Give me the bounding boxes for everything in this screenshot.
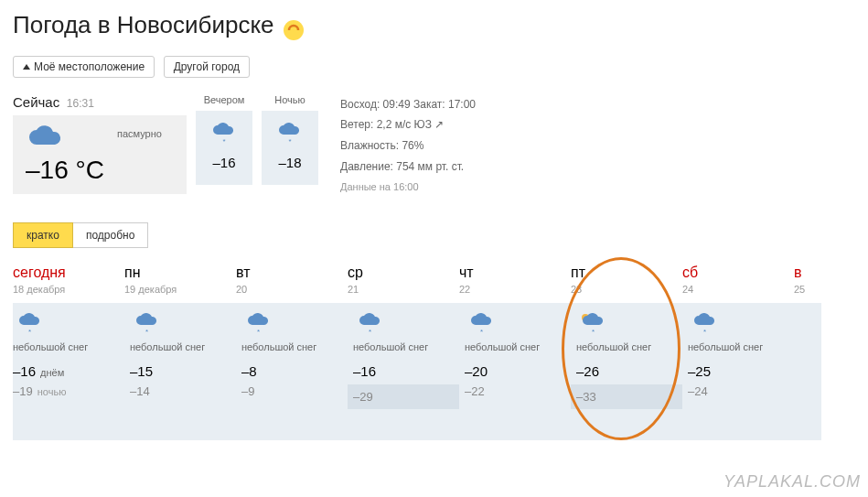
snow-cloud-icon: * xyxy=(265,122,315,146)
day-date: 21 xyxy=(348,284,459,295)
svg-text:*: * xyxy=(257,328,260,336)
day-date: 22 xyxy=(459,284,571,295)
day-name: вт xyxy=(236,265,348,281)
day-name: ср xyxy=(348,265,459,281)
forecast-high: –15 xyxy=(130,363,230,379)
forecast-day[interactable]: вт20*небольшой снег–8–9 xyxy=(236,263,348,440)
current-condition: пасмурно xyxy=(117,128,162,139)
day-name: сб xyxy=(682,265,794,281)
svg-text:*: * xyxy=(369,328,371,336)
forecast-day[interactable]: ср21*небольшой снег–16–29 xyxy=(348,263,459,440)
forecast-condition: небольшой снег xyxy=(130,341,230,352)
sun-snow-cloud-icon: * xyxy=(580,312,677,336)
forecast-low: –29 xyxy=(348,384,459,409)
forecast-body: *небольшой снег–26–33 xyxy=(571,303,682,440)
current-temp: –16 °C xyxy=(26,156,104,185)
svg-text:*: * xyxy=(480,328,483,336)
day-name: сегодня xyxy=(13,265,124,281)
svg-text:*: * xyxy=(222,137,225,146)
my-location-button[interactable]: Моё местоположение xyxy=(13,56,155,78)
snow-cloud-icon: * xyxy=(134,312,230,336)
night-card: * –18 xyxy=(262,111,318,185)
cloud-icon xyxy=(26,124,104,150)
forecast-day[interactable]: сб24*небольшой снег–25–24 xyxy=(682,263,794,440)
forecast-body xyxy=(794,303,821,440)
humidity-info: Влажность: 76% xyxy=(340,135,476,157)
forecast-day[interactable]: сегодня18 декабря*небольшой снег–16 днём… xyxy=(13,263,124,440)
snow-cloud-icon: * xyxy=(245,312,342,336)
yandex-weather-logo xyxy=(283,19,305,41)
svg-text:*: * xyxy=(703,328,706,336)
forecast-condition: небольшой снег xyxy=(576,341,677,352)
forecast-low: –9 xyxy=(241,384,342,398)
evening-card: * –16 xyxy=(196,111,252,185)
day-date: 25 xyxy=(794,284,821,295)
current-weather-card: –16 °C пасмурно xyxy=(13,115,187,194)
forecast-day[interactable]: в25 xyxy=(794,263,821,440)
forecast-body: *небольшой снег–25–24 xyxy=(682,303,794,440)
pressure-info: Давление: 754 мм рт. ст. xyxy=(340,157,476,178)
day-date: 20 xyxy=(236,284,348,295)
forecast-high: –16 xyxy=(353,363,454,379)
forecast-condition: небольшой снег xyxy=(353,341,454,352)
svg-text:*: * xyxy=(592,328,595,336)
forecast-low: –24 xyxy=(688,384,788,398)
svg-text:*: * xyxy=(145,328,148,336)
day-date: 18 декабря xyxy=(13,284,124,295)
forecast-body: *небольшой снег–16–29 xyxy=(348,303,459,440)
night-temp: –18 xyxy=(265,155,315,170)
snow-cloud-icon: * xyxy=(199,122,249,146)
data-timestamp: Данные на 16:00 xyxy=(340,178,476,197)
forecast-condition: небольшой снег xyxy=(241,341,342,352)
evening-temp: –16 xyxy=(199,155,249,170)
snow-cloud-icon: * xyxy=(468,312,565,336)
forecast-high: –20 xyxy=(465,363,565,379)
day-name: пт xyxy=(571,265,682,281)
forecast-low: –19 ночью xyxy=(13,384,119,398)
forecast-condition: небольшой снег xyxy=(13,341,119,352)
forecast-body: *небольшой снег–15–14 xyxy=(124,303,236,440)
forecast-row: сегодня18 декабря*небольшой снег–16 днём… xyxy=(13,263,855,440)
svg-text:*: * xyxy=(288,137,291,146)
forecast-low: –22 xyxy=(465,384,565,398)
now-time: 16:31 xyxy=(67,97,94,110)
now-label: Сейчас xyxy=(13,94,59,110)
wind-info: Ветер: 2,2 м/с ЮЗ ↗ xyxy=(340,114,476,135)
forecast-high: –16 днём xyxy=(13,363,119,379)
other-city-button[interactable]: Другой город xyxy=(164,56,250,78)
day-date: 24 xyxy=(682,284,794,295)
snow-cloud-icon: * xyxy=(691,312,788,336)
wind-arrow-icon: ↗ xyxy=(434,118,444,131)
tab-detailed[interactable]: подробно xyxy=(73,222,148,248)
day-name: в xyxy=(794,265,821,281)
forecast-day[interactable]: пт23*небольшой снег–26–33 xyxy=(571,263,682,440)
forecast-day[interactable]: чт22*небольшой снег–20–22 xyxy=(459,263,571,440)
sunrise-sunset: Восход: 09:49 Закат: 17:00 xyxy=(340,94,476,115)
day-name: чт xyxy=(459,265,571,281)
forecast-body: *небольшой снег–20–22 xyxy=(459,303,571,440)
location-arrow-icon xyxy=(23,64,30,70)
svg-point-0 xyxy=(284,20,304,40)
forecast-day[interactable]: пн19 декабря*небольшой снег–15–14 xyxy=(124,263,236,440)
weather-details: Восход: 09:49 Закат: 17:00 Ветер: 2,2 м/… xyxy=(340,94,476,197)
forecast-condition: небольшой снег xyxy=(465,341,565,352)
day-date: 23 xyxy=(571,284,682,295)
svg-text:*: * xyxy=(28,328,31,336)
evening-label: Вечером xyxy=(196,94,252,105)
tab-brief[interactable]: кратко xyxy=(13,222,73,248)
forecast-high: –26 xyxy=(576,363,677,379)
forecast-low: –14 xyxy=(130,384,230,398)
forecast-low: –33 xyxy=(571,384,682,409)
snow-cloud-icon: * xyxy=(16,312,119,336)
forecast-high: –25 xyxy=(688,363,788,379)
forecast-body: *небольшой снег–8–9 xyxy=(236,303,348,440)
forecast-body: *небольшой снег–16 днём–19 ночью xyxy=(13,303,124,440)
forecast-condition: небольшой снег xyxy=(688,341,788,352)
day-name: пн xyxy=(124,265,236,281)
forecast-high: –8 xyxy=(241,363,342,379)
night-label: Ночью xyxy=(262,94,318,105)
snow-cloud-icon: * xyxy=(357,312,454,336)
page-title: Погода в Новосибирске xyxy=(13,11,274,39)
day-date: 19 декабря xyxy=(124,284,236,295)
